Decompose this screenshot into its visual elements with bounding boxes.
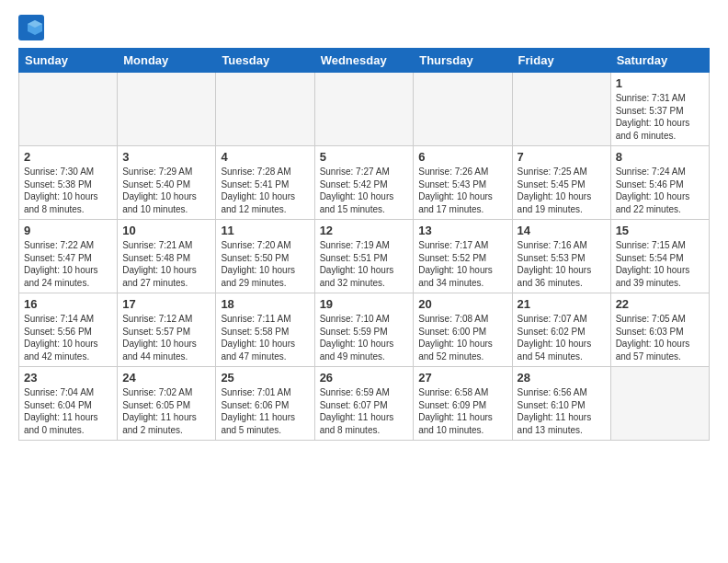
calendar-cell: 13Sunrise: 7:17 AM Sunset: 5:52 PM Dayli… (414, 220, 512, 293)
calendar-cell: 23Sunrise: 7:04 AM Sunset: 6:04 PM Dayli… (19, 367, 118, 441)
day-number: 25 (221, 371, 309, 385)
day-number: 17 (122, 297, 210, 311)
day-number: 3 (122, 150, 210, 164)
calendar-cell: 24Sunrise: 7:02 AM Sunset: 6:05 PM Dayli… (118, 367, 216, 441)
day-number: 12 (320, 224, 409, 237)
calendar-cell: 10Sunrise: 7:21 AM Sunset: 5:48 PM Dayli… (118, 220, 216, 293)
calendar-cell: 15Sunrise: 7:15 AM Sunset: 5:54 PM Dayli… (610, 220, 709, 293)
day-number: 20 (418, 297, 506, 311)
day-number: 28 (518, 371, 606, 385)
day-info: Sunrise: 7:12 AM Sunset: 5:57 PM Dayligh… (122, 313, 210, 362)
logo-icon (18, 15, 44, 40)
weekday-header-tuesday: Tuesday (216, 49, 314, 73)
day-info: Sunrise: 7:25 AM Sunset: 5:45 PM Dayligh… (518, 166, 606, 215)
weekday-header-wednesday: Wednesday (314, 49, 414, 73)
calendar-cell: 14Sunrise: 7:16 AM Sunset: 5:53 PM Dayli… (512, 220, 610, 293)
weekday-header-thursday: Thursday (414, 49, 512, 73)
calendar-cell: 21Sunrise: 7:07 AM Sunset: 6:02 PM Dayli… (512, 293, 610, 367)
day-info: Sunrise: 7:04 AM Sunset: 6:04 PM Dayligh… (24, 386, 112, 436)
day-number: 2 (24, 150, 112, 164)
calendar-cell: 17Sunrise: 7:12 AM Sunset: 5:57 PM Dayli… (118, 293, 216, 367)
calendar-cell: 25Sunrise: 7:01 AM Sunset: 6:06 PM Dayli… (216, 367, 314, 441)
day-number: 18 (221, 297, 309, 311)
day-number: 19 (320, 297, 409, 311)
day-number: 11 (221, 224, 309, 237)
calendar-cell: 2Sunrise: 7:30 AM Sunset: 5:38 PM Daylig… (19, 146, 118, 220)
calendar-cell: 18Sunrise: 7:11 AM Sunset: 5:58 PM Dayli… (216, 293, 314, 367)
calendar-cell (414, 73, 512, 146)
calendar-cell (118, 73, 216, 146)
calendar-cell: 26Sunrise: 6:59 AM Sunset: 6:07 PM Dayli… (314, 367, 414, 441)
day-info: Sunrise: 7:20 AM Sunset: 5:50 PM Dayligh… (221, 239, 309, 289)
calendar-cell: 16Sunrise: 7:14 AM Sunset: 5:56 PM Dayli… (19, 293, 118, 367)
day-info: Sunrise: 7:16 AM Sunset: 5:53 PM Dayligh… (518, 239, 606, 289)
day-info: Sunrise: 7:30 AM Sunset: 5:38 PM Dayligh… (24, 166, 112, 215)
weekday-header-saturday: Saturday (610, 49, 709, 73)
calendar-cell: 5Sunrise: 7:27 AM Sunset: 5:42 PM Daylig… (314, 146, 414, 220)
calendar-cell (610, 367, 709, 441)
day-number: 15 (616, 224, 704, 237)
calendar-cell: 9Sunrise: 7:22 AM Sunset: 5:47 PM Daylig… (19, 220, 118, 293)
day-number: 5 (320, 150, 409, 164)
day-number: 9 (24, 224, 112, 237)
day-info: Sunrise: 7:22 AM Sunset: 5:47 PM Dayligh… (24, 239, 112, 289)
calendar-cell: 12Sunrise: 7:19 AM Sunset: 5:51 PM Dayli… (314, 220, 414, 293)
calendar-cell (216, 73, 314, 146)
day-info: Sunrise: 7:08 AM Sunset: 6:00 PM Dayligh… (418, 313, 506, 362)
calendar-cell: 8Sunrise: 7:24 AM Sunset: 5:46 PM Daylig… (610, 146, 709, 220)
day-info: Sunrise: 7:19 AM Sunset: 5:51 PM Dayligh… (320, 239, 409, 289)
day-number: 1 (616, 76, 704, 90)
day-info: Sunrise: 7:31 AM Sunset: 5:37 PM Dayligh… (616, 92, 704, 142)
day-info: Sunrise: 7:14 AM Sunset: 5:56 PM Dayligh… (24, 313, 112, 362)
day-info: Sunrise: 6:56 AM Sunset: 6:10 PM Dayligh… (518, 386, 606, 436)
day-number: 7 (518, 150, 606, 164)
day-info: Sunrise: 7:17 AM Sunset: 5:52 PM Dayligh… (418, 239, 506, 289)
weekday-header-monday: Monday (118, 49, 216, 73)
calendar-cell: 11Sunrise: 7:20 AM Sunset: 5:50 PM Dayli… (216, 220, 314, 293)
calendar-cell: 1Sunrise: 7:31 AM Sunset: 5:37 PM Daylig… (610, 73, 709, 146)
day-info: Sunrise: 6:58 AM Sunset: 6:09 PM Dayligh… (418, 386, 506, 436)
weekday-header-friday: Friday (512, 49, 610, 73)
calendar-cell: 20Sunrise: 7:08 AM Sunset: 6:00 PM Dayli… (414, 293, 512, 367)
calendar-cell: 22Sunrise: 7:05 AM Sunset: 6:03 PM Dayli… (610, 293, 709, 367)
day-number: 10 (122, 224, 210, 237)
day-info: Sunrise: 7:27 AM Sunset: 5:42 PM Dayligh… (320, 166, 409, 215)
day-info: Sunrise: 7:28 AM Sunset: 5:41 PM Dayligh… (221, 166, 309, 215)
day-info: Sunrise: 7:26 AM Sunset: 5:43 PM Dayligh… (418, 166, 506, 215)
day-info: Sunrise: 7:02 AM Sunset: 6:05 PM Dayligh… (122, 386, 210, 436)
day-number: 14 (518, 224, 606, 237)
calendar-cell (314, 73, 414, 146)
day-number: 16 (24, 297, 112, 311)
day-info: Sunrise: 7:07 AM Sunset: 6:02 PM Dayligh… (518, 313, 606, 362)
day-number: 23 (24, 371, 112, 385)
day-number: 13 (418, 224, 506, 237)
day-number: 22 (616, 297, 704, 311)
logo (18, 15, 48, 40)
day-info: Sunrise: 7:11 AM Sunset: 5:58 PM Dayligh… (221, 313, 309, 362)
weekday-header-sunday: Sunday (19, 49, 118, 73)
calendar-cell (19, 73, 118, 146)
day-number: 6 (418, 150, 506, 164)
calendar-cell: 19Sunrise: 7:10 AM Sunset: 5:59 PM Dayli… (314, 293, 414, 367)
day-number: 27 (418, 371, 506, 385)
calendar-cell: 28Sunrise: 6:56 AM Sunset: 6:10 PM Dayli… (512, 367, 610, 441)
calendar-cell: 7Sunrise: 7:25 AM Sunset: 5:45 PM Daylig… (512, 146, 610, 220)
day-number: 8 (616, 150, 704, 164)
day-info: Sunrise: 7:24 AM Sunset: 5:46 PM Dayligh… (616, 166, 704, 215)
day-info: Sunrise: 7:05 AM Sunset: 6:03 PM Dayligh… (616, 313, 704, 362)
day-info: Sunrise: 6:59 AM Sunset: 6:07 PM Dayligh… (320, 386, 409, 436)
day-number: 24 (122, 371, 210, 385)
day-number: 4 (221, 150, 309, 164)
calendar-cell (512, 73, 610, 146)
day-info: Sunrise: 7:01 AM Sunset: 6:06 PM Dayligh… (221, 386, 309, 436)
calendar-cell: 27Sunrise: 6:58 AM Sunset: 6:09 PM Dayli… (414, 367, 512, 441)
calendar-cell: 4Sunrise: 7:28 AM Sunset: 5:41 PM Daylig… (216, 146, 314, 220)
day-info: Sunrise: 7:10 AM Sunset: 5:59 PM Dayligh… (320, 313, 409, 362)
calendar-cell: 3Sunrise: 7:29 AM Sunset: 5:40 PM Daylig… (118, 146, 216, 220)
day-info: Sunrise: 7:15 AM Sunset: 5:54 PM Dayligh… (616, 239, 704, 289)
day-info: Sunrise: 7:29 AM Sunset: 5:40 PM Dayligh… (122, 166, 210, 215)
day-number: 26 (320, 371, 409, 385)
calendar: SundayMondayTuesdayWednesdayThursdayFrid… (18, 48, 710, 441)
day-info: Sunrise: 7:21 AM Sunset: 5:48 PM Dayligh… (122, 239, 210, 289)
calendar-cell: 6Sunrise: 7:26 AM Sunset: 5:43 PM Daylig… (414, 146, 512, 220)
